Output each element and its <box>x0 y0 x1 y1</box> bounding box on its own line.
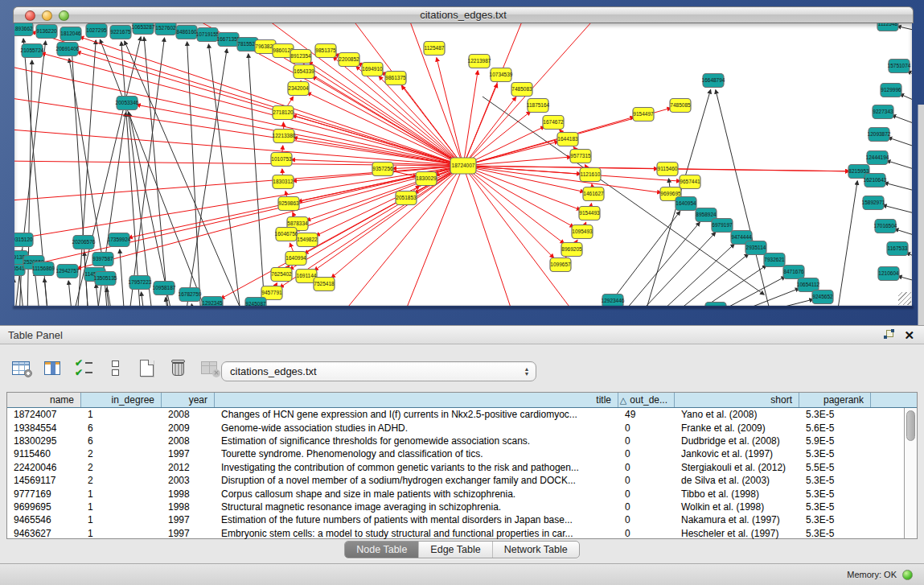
graph-node[interactable]: 11156869 <box>32 262 55 276</box>
graph-node[interactable]: 1292345 <box>202 297 223 307</box>
graph-node[interactable]: 9657441 <box>680 175 700 189</box>
table-settings-icon[interactable] <box>10 356 32 379</box>
table-row[interactable]: 1456911722003Disruption of a novel membe… <box>7 474 917 487</box>
graph-node[interactable]: 1893662 <box>14 23 33 36</box>
graph-node[interactable]: 9154497 <box>633 108 654 122</box>
graph-node[interactable]: 12213987 <box>468 55 491 68</box>
graph-node[interactable]: 12942757 <box>56 265 80 278</box>
graph-node[interactable]: 12923446 <box>602 295 625 307</box>
graph-node[interactable]: 1644183 <box>557 133 578 146</box>
table-row[interactable]: 1938455462009Genome-wide association stu… <box>7 421 917 434</box>
column-header-year[interactable]: year <box>162 393 215 407</box>
delete-icon[interactable] <box>166 356 189 379</box>
graph-node[interactable]: 1121610 <box>580 168 601 182</box>
graph-node[interactable]: 6979197 <box>712 219 733 233</box>
graph-node[interactable]: 9861375 <box>385 72 406 85</box>
graph-node[interactable]: 1461627 <box>583 187 604 201</box>
graph-node[interactable]: 1674672 <box>543 116 564 130</box>
table-row[interactable]: 911546021997Tourette syndrome. Phenomeno… <box>7 447 917 460</box>
delete-table-icon[interactable]: ✕ <box>198 356 220 379</box>
graph-node[interactable]: 10719155 <box>196 28 220 42</box>
graph-node[interactable]: 2051853 <box>396 192 417 205</box>
column-header-in_degree[interactable]: in_degree <box>81 393 162 407</box>
graph-node[interactable]: 1830029 <box>416 172 437 186</box>
graph-node[interactable]: 2200852 <box>339 53 359 67</box>
graph-node[interactable]: 12093872 <box>868 128 891 142</box>
graph-node[interactable]: 1640954 <box>676 197 696 211</box>
tab-node-table[interactable]: Node Table <box>345 542 419 558</box>
network-window-titlebar[interactable]: citations_edges.txt <box>13 6 914 23</box>
graph-node[interactable]: 9245652 <box>812 290 833 304</box>
column-header-name[interactable]: name <box>7 393 81 407</box>
graph-node[interactable]: 1694910 <box>362 63 383 76</box>
graph-node[interactable]: 18724007 <box>450 158 476 174</box>
graph-node[interactable]: 16782759 <box>179 288 202 302</box>
graph-node[interactable]: 10653287 <box>132 23 155 35</box>
graph-node[interactable]: 1527602 <box>155 23 176 35</box>
scrollbar-thumb[interactable] <box>906 410 915 441</box>
graph-node[interactable]: 20206576 <box>72 236 96 249</box>
graph-node[interactable]: 1027295 <box>86 24 107 38</box>
graph-node[interactable]: 9221675 <box>110 26 131 39</box>
graph-node[interactable]: 2718120 <box>273 106 294 120</box>
minimize-window-icon[interactable] <box>42 10 52 21</box>
graph-node[interactable]: 9115460 <box>657 163 678 176</box>
graph-node[interactable]: 1167533 <box>887 242 908 256</box>
graph-node[interactable]: 10734539 <box>490 68 513 82</box>
graph-node[interactable]: 7625402 <box>271 268 292 282</box>
new-document-icon[interactable] <box>135 356 158 379</box>
table-row[interactable]: 946362711997Embryonic stem cells: a mode… <box>7 527 917 540</box>
graph-node[interactable]: 20691406 <box>56 43 80 56</box>
graph-node[interactable]: 1112548 <box>877 23 898 31</box>
graph-node[interactable]: 8912354 <box>290 50 311 64</box>
graph-node[interactable]: 9129996 <box>881 84 901 97</box>
graph-node[interactable]: 8471676 <box>783 266 804 279</box>
graph-node[interactable]: 8486160 <box>176 26 197 39</box>
graph-node[interactable]: 10958187 <box>153 282 176 295</box>
graph-node[interactable]: 9397587 <box>92 253 113 266</box>
column-header-short[interactable]: short <box>675 393 799 407</box>
graph-node[interactable]: 15892971 <box>862 196 885 210</box>
graph-node[interactable]: 21055724 <box>21 44 44 58</box>
unselect-all-icon[interactable] <box>104 356 126 379</box>
graph-node[interactable]: 1095493 <box>572 225 593 239</box>
graph-node[interactable]: 1099657 <box>550 258 571 272</box>
graph-node-shape[interactable] <box>705 303 726 307</box>
graph-node[interactable]: 2342004 <box>288 82 309 96</box>
table-row[interactable]: 977716911998Corpus callosum shape and si… <box>7 487 917 500</box>
table-row[interactable]: 1872400712008Changes of HCN gene express… <box>7 408 917 421</box>
graph-node[interactable]: 1812046 <box>60 27 81 41</box>
graph-node[interactable]: 1125487 <box>424 42 445 56</box>
graph-node[interactable]: 9136220 <box>36 25 57 39</box>
graph-node[interactable]: 1654339 <box>294 65 314 79</box>
graph-node[interactable]: 1830312 <box>273 175 294 189</box>
graph-node[interactable]: 9245087 <box>245 298 266 307</box>
resize-grip[interactable] <box>898 292 911 305</box>
close-panel-icon[interactable]: ✕ <box>904 330 914 340</box>
graph-node[interactable]: 9577315 <box>570 150 591 163</box>
graph-node[interactable]: 7525418 <box>314 278 335 291</box>
graph-node[interactable]: 17957223 <box>129 276 152 290</box>
graph-node[interactable]: 1210604 <box>878 267 899 281</box>
graph-node[interactable]: 7485085 <box>670 99 691 113</box>
graph-node[interactable]: 17016504 <box>874 220 897 233</box>
graph-node[interactable]: 12213380 <box>273 130 296 143</box>
table-select-dropdown[interactable]: citations_edges.txt ▲▼ <box>221 361 536 381</box>
vertical-scrollbar[interactable] <box>904 408 917 538</box>
network-canvas[interactable]: 1872400718936629136220181204621055724206… <box>14 23 912 306</box>
tab-edge-table[interactable]: Edge Table <box>419 542 492 558</box>
graph-node[interactable]: 1010753 <box>271 153 292 167</box>
column-select-icon[interactable] <box>41 356 64 379</box>
graph-node[interactable]: 15751074 <box>888 60 911 73</box>
zoom-window-icon[interactable] <box>59 10 69 21</box>
graph-node[interactable]: 13505135 <box>94 272 117 286</box>
select-all-icon[interactable]: ✔✔ <box>72 356 95 379</box>
graph-node[interactable]: 12444194 <box>866 151 889 165</box>
column-header-out_de[interactable]: △out_de... <box>618 393 675 407</box>
graph-node[interactable]: 9315120 <box>14 233 33 247</box>
column-header-title[interactable]: title <box>215 393 618 407</box>
graph-node[interactable]: 2935114 <box>745 241 766 255</box>
table-row[interactable]: 2242004622012Investigating the contribut… <box>7 461 917 474</box>
graph-node[interactable]: 17359924 <box>108 233 131 247</box>
graph-node[interactable]: 16046756 <box>275 228 298 241</box>
